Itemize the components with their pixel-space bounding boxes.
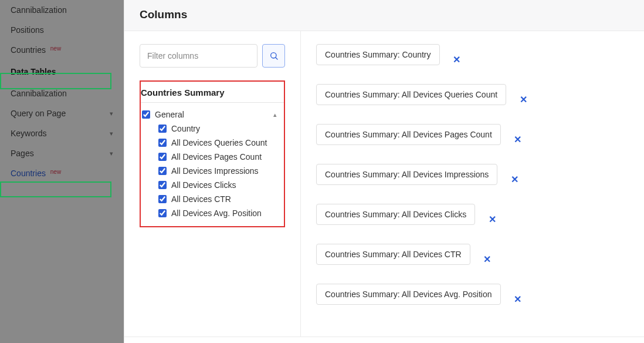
column-tree-highlight: Countries Summary General ▴ CountryAll D… xyxy=(140,80,285,227)
selected-column-chip[interactable]: Countries Summary: Country xyxy=(316,44,440,65)
sidebar-item-label: Query on Page xyxy=(11,109,66,118)
new-badge: new xyxy=(50,169,61,175)
sidebar: Cannibalization Positions Countries new … xyxy=(0,0,124,343)
remove-chip-icon[interactable]: ✕ xyxy=(481,253,494,265)
tree-node-label: All Devices Pages Count xyxy=(171,152,262,162)
tree-node-column[interactable]: All Devices Pages Count xyxy=(158,150,280,164)
chip-label: Countries Summary: All Devices Impressio… xyxy=(325,170,489,179)
checkbox-column[interactable] xyxy=(158,195,167,203)
chevron-down-icon: ▾ xyxy=(110,150,113,157)
tree-node-column[interactable]: All Devices Queries Count xyxy=(158,136,280,150)
sidebar-item-label: Cannibalization xyxy=(11,89,67,98)
chevron-up-icon[interactable]: ▴ xyxy=(273,111,277,119)
checkbox-general[interactable] xyxy=(142,110,150,119)
tree-node-label: All Devices Avg. Position xyxy=(171,209,262,218)
sidebar-item-query-on-page[interactable]: Query on Page ▾ xyxy=(0,103,124,123)
chip-label: Countries Summary: All Devices Avg. Posi… xyxy=(325,290,492,299)
search-icon xyxy=(269,51,279,60)
tree-node-label: General xyxy=(155,110,184,119)
sidebar-item-cannibalization-top[interactable]: Cannibalization xyxy=(0,0,124,20)
sidebar-item-label: Cannibalization xyxy=(11,5,67,15)
chip-label: Countries Summary: Country xyxy=(325,50,431,59)
chip-label: Countries Summary: All Devices Pages Cou… xyxy=(325,130,492,139)
sidebar-item-label: Countries xyxy=(11,169,46,178)
remove-chip-icon[interactable]: ✕ xyxy=(486,213,499,226)
selected-column-chip[interactable]: Countries Summary: All Devices Clicks xyxy=(316,204,475,225)
tree-node-label: All Devices Clicks xyxy=(171,180,236,190)
sidebar-item-countries-top[interactable]: Countries new xyxy=(0,40,124,60)
selected-column-chip[interactable]: Countries Summary: All Devices Queries C… xyxy=(316,84,506,105)
tree-group-title: Countries Summary xyxy=(141,82,284,102)
new-badge: new xyxy=(50,45,61,52)
sidebar-item-countries[interactable]: Countries new xyxy=(0,163,124,183)
remove-chip-icon[interactable]: ✕ xyxy=(508,173,521,186)
sidebar-item-keywords[interactable]: Keywords ▾ xyxy=(0,123,124,143)
checkbox-column[interactable] xyxy=(158,125,167,133)
sidebar-item-pages[interactable]: Pages ▾ xyxy=(0,143,124,163)
remove-chip-icon[interactable]: ✕ xyxy=(517,93,530,106)
tree-node-label: All Devices Impressions xyxy=(171,166,259,176)
tree-node-label: All Devices CTR xyxy=(171,194,231,204)
tree-node-column[interactable]: All Devices Clicks xyxy=(158,178,280,192)
tree-node-column[interactable]: All Devices Avg. Position xyxy=(158,206,280,220)
page-title: Columns xyxy=(140,8,629,21)
chevron-down-icon: ▾ xyxy=(110,130,113,137)
selected-column-chip[interactable]: Countries Summary: All Devices Impressio… xyxy=(316,164,497,185)
sidebar-item-cannibalization[interactable]: Cannibalization xyxy=(0,83,124,103)
selected-column-chip[interactable]: Countries Summary: All Devices Avg. Posi… xyxy=(316,284,501,305)
chip-label: Countries Summary: All Devices Clicks xyxy=(325,210,466,219)
tree-node-general[interactable]: General ▴ xyxy=(142,107,280,122)
checkbox-column[interactable] xyxy=(158,209,167,217)
checkbox-column[interactable] xyxy=(158,181,167,189)
checkbox-column[interactable] xyxy=(158,167,167,175)
tree-node-column[interactable]: All Devices Impressions xyxy=(158,164,280,178)
highlight-box xyxy=(0,181,111,197)
sidebar-item-label: Keywords xyxy=(11,129,46,138)
modal-header: Columns xyxy=(124,0,644,31)
tree-node-label: Country xyxy=(171,124,200,133)
remove-chip-icon[interactable]: ✕ xyxy=(511,133,524,146)
sidebar-item-label: Countries xyxy=(11,45,46,55)
chevron-down-icon: ▾ xyxy=(110,110,113,117)
sidebar-item-label: Positions xyxy=(11,25,44,35)
tree-node-column[interactable]: Country xyxy=(158,122,280,136)
remove-chip-icon[interactable]: ✕ xyxy=(511,292,524,305)
svg-line-1 xyxy=(276,58,277,59)
sidebar-item-positions[interactable]: Positions xyxy=(0,20,124,40)
chip-label: Countries Summary: All Devices Queries C… xyxy=(325,90,497,99)
tree-node-column[interactable]: All Devices CTR xyxy=(158,192,280,206)
search-button[interactable] xyxy=(262,44,285,68)
selected-column-chip[interactable]: Countries Summary: All Devices CTR xyxy=(316,244,470,265)
sidebar-section-header: Data Tables xyxy=(0,60,124,83)
selected-column-chip[interactable]: Countries Summary: All Devices Pages Cou… xyxy=(316,124,501,145)
checkbox-column[interactable] xyxy=(158,139,167,147)
sidebar-item-label: Pages xyxy=(11,149,34,158)
chip-label: Countries Summary: All Devices CTR xyxy=(325,250,462,259)
tree-node-label: All Devices Queries Count xyxy=(171,138,267,147)
remove-chip-icon[interactable]: ✕ xyxy=(450,53,463,66)
checkbox-column[interactable] xyxy=(158,153,167,161)
filter-columns-input[interactable] xyxy=(140,44,257,68)
